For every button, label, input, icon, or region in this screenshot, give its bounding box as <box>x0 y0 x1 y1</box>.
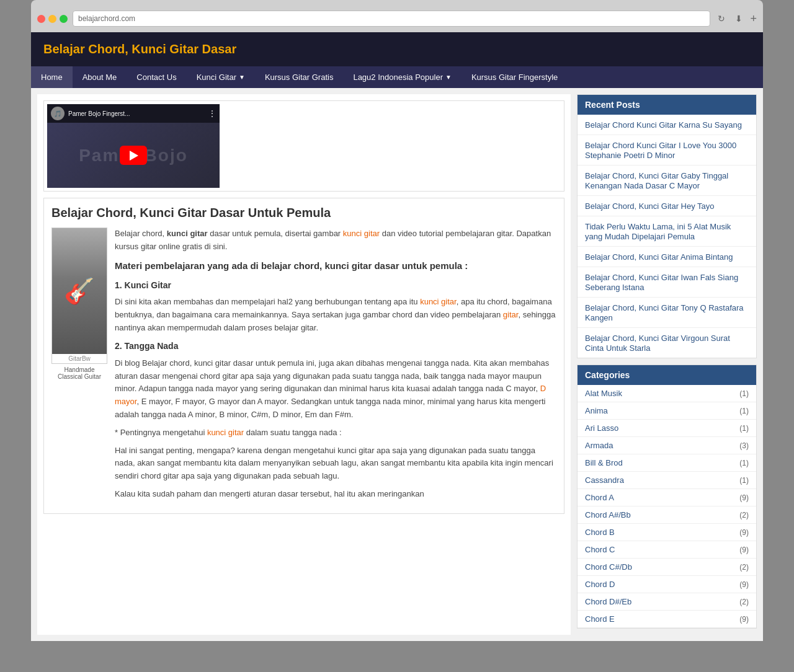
address-bar[interactable]: belajarchord.com <box>73 11 710 27</box>
category-link[interactable]: Chord A <box>585 493 614 502</box>
recent-post-link[interactable]: Belajar Chord, Kunci Gitar Virgoun Surat… <box>585 334 730 353</box>
main-content: 🎵 Pamer Bojo Fingerst... ⋮ Pamer Bojo <box>37 94 571 635</box>
recent-posts-header: Recent Posts <box>578 95 756 115</box>
site-title[interactable]: Belajar Chord, Kunci Gitar Dasar <box>43 42 236 56</box>
guitar-graphic: 🎸 <box>52 228 107 354</box>
intro-cont: dasar untuk pemula, disertai gambar <box>208 229 343 238</box>
download-button[interactable]: ⬇ <box>733 12 745 25</box>
close-button[interactable] <box>37 15 45 23</box>
kunci-gitar-link3[interactable]: kunci gitar <box>207 428 244 437</box>
category-link[interactable]: Bill & Brod <box>585 458 623 467</box>
traffic-lights <box>37 15 68 23</box>
category-link[interactable]: Anima <box>585 406 608 415</box>
kunci-gitar-link2[interactable]: kunci gitar <box>420 297 457 306</box>
nav-item-lagu[interactable]: Lagu2 Indonesia Populer ▼ <box>343 66 461 88</box>
gitar-link[interactable]: gitar <box>503 310 519 319</box>
nav-item-about[interactable]: About Me <box>73 66 127 88</box>
category-item: Cassandra(1) <box>578 472 756 489</box>
maximize-button[interactable] <box>60 15 68 23</box>
nav-item-home[interactable]: Home <box>31 66 73 88</box>
recent-post-link[interactable]: Belajar Chord, Kunci Gitar Hey Tayo <box>585 201 715 211</box>
category-link[interactable]: Cassandra <box>585 475 624 485</box>
category-link[interactable]: Ari Lasso <box>585 423 618 433</box>
subsection2-text: Di blog Belajar chord, kunci gitar dasar… <box>115 357 556 422</box>
section1-title: Materi pembelajaran yang ada di belajar … <box>115 259 556 273</box>
article-text: Belajar chord, kunci gitar dasar untuk p… <box>115 228 556 506</box>
category-count: (1) <box>739 407 749 415</box>
image-caption: Handmade Classical Guitar <box>51 364 107 382</box>
category-item: Chord D#/Eb(2) <box>578 593 756 611</box>
recent-post-item: Belajar Chord Kunci Gitar Karna Su Sayan… <box>578 115 756 135</box>
category-count: (9) <box>739 546 749 554</box>
category-item: Alat Musik(1) <box>578 385 756 402</box>
recent-post-item: Belajar Chord, Kunci Gitar Virgoun Surat… <box>578 328 756 358</box>
recent-post-item: Belajar Chord Kunci Gitar I Love You 300… <box>578 135 756 166</box>
category-count: (9) <box>739 528 749 537</box>
category-item: Chord A(9) <box>578 489 756 506</box>
category-link[interactable]: Chord D#/Eb <box>585 597 631 606</box>
video-title-text: Pamer Bojo Fingerst... <box>68 110 130 117</box>
kunci-gitar-link1[interactable]: kunci gitar <box>343 229 380 238</box>
guitar-image: 🎸 GitarBw <box>51 228 107 364</box>
intro-paragraph: Belajar chord, kunci gitar dasar untuk p… <box>115 228 556 254</box>
category-count: (1) <box>739 389 749 398</box>
video-box: 🎵 Pamer Bojo Fingerst... ⋮ Pamer Bojo <box>47 104 220 188</box>
category-link[interactable]: Chord B <box>585 528 615 537</box>
category-link[interactable]: Chord D <box>585 580 615 589</box>
play-button[interactable] <box>120 146 147 165</box>
category-link[interactable]: Chord C#/Db <box>585 562 632 572</box>
category-count: (3) <box>739 441 749 450</box>
nav-item-kursus-gratis[interactable]: Kursus Gitar Gratis <box>255 66 344 88</box>
category-item: Chord E(9) <box>578 611 756 628</box>
category-count: (1) <box>739 459 749 467</box>
recent-post-item: Belajar Chord, Kunci Gitar Anima Bintang <box>578 247 756 267</box>
recent-post-link[interactable]: Belajar Chord, Kunci Gitar Tony Q Rastaf… <box>585 303 744 322</box>
categories-list: Alat Musik(1)Anima(1)Ari Lasso(1)Armada(… <box>578 385 756 628</box>
recent-post-link[interactable]: Belajar Chord Kunci Gitar Karna Su Sayan… <box>585 120 742 130</box>
category-item: Chord D(9) <box>578 576 756 593</box>
category-link[interactable]: Alat Musik <box>585 389 622 398</box>
category-count: (9) <box>739 615 749 624</box>
subsection3-intro: * Pentingnya mengetahui kunci gitar dala… <box>115 427 556 440</box>
video-wrapper: 🎵 Pamer Bojo Fingerst... ⋮ Pamer Bojo <box>43 100 564 192</box>
subsection1-text: Di sini kita akan membahas dan mempelaja… <box>115 296 556 334</box>
minimize-button[interactable] <box>48 15 56 23</box>
new-tab-button[interactable]: + <box>750 12 757 25</box>
recent-post-link[interactable]: Belajar Chord, Kunci Gitar Iwan Fals Sia… <box>585 273 738 292</box>
recent-post-item: Belajar Chord, Kunci Gitar Gaby Tinggal … <box>578 166 756 196</box>
video-menu-icon[interactable]: ⋮ <box>208 109 216 118</box>
nav-item-fingerstyle[interactable]: Kursus Gitar Fingerstyle <box>462 66 568 88</box>
recent-post-link[interactable]: Tidak Perlu Waktu Lama, ini 5 Alat Musik… <box>585 222 731 241</box>
article-box: Belajar Chord, Kunci Gitar Dasar Untuk P… <box>43 198 564 514</box>
nav-item-kunci-gitar[interactable]: Kunci Gitar ▼ <box>187 66 255 88</box>
watermark: GitarBw <box>52 354 107 363</box>
nav-bar: Home About Me Contact Us Kunci Gitar ▼ K… <box>31 66 763 88</box>
category-item: Anima(1) <box>578 402 756 420</box>
recent-post-link[interactable]: Belajar Chord, Kunci Gitar Gaby Tinggal … <box>585 171 728 190</box>
category-link[interactable]: Chord C <box>585 545 615 554</box>
category-link[interactable]: Armada <box>585 441 613 450</box>
subsection3-text: Hal ini sangat penting, mengapa? karena … <box>115 444 556 483</box>
article-image-container: 🎸 GitarBw Handmade Classical Guitar <box>51 228 107 506</box>
category-link[interactable]: Chord E <box>585 614 615 624</box>
recent-post-link[interactable]: Belajar Chord Kunci Gitar I Love You 300… <box>585 141 736 160</box>
nav-item-contact[interactable]: Contact Us <box>127 66 186 88</box>
category-item: Chord A#/Bb(2) <box>578 506 756 524</box>
category-item: Chord C#/Db(2) <box>578 559 756 576</box>
url-text: belajarchord.com <box>78 14 135 23</box>
category-count: (2) <box>739 598 749 606</box>
bold-kunci-gitar: kunci gitar <box>167 229 208 238</box>
category-link[interactable]: Chord A#/Bb <box>585 510 631 519</box>
sidebar: Recent Posts Belajar Chord Kunci Gitar K… <box>577 94 757 635</box>
video-body[interactable]: Pamer Bojo <box>47 123 220 188</box>
subsection4-text: Kalau kita sudah paham dan mengerti atur… <box>115 488 556 501</box>
dropdown-arrow-kunci: ▼ <box>239 74 245 81</box>
recent-post-item: Belajar Chord, Kunci Gitar Hey Tayo <box>578 196 756 216</box>
intro-text: Belajar chord, <box>115 229 167 238</box>
site-header: Belajar Chord, Kunci Gitar Dasar <box>31 32 763 66</box>
recent-post-link[interactable]: Belajar Chord, Kunci Gitar Anima Bintang <box>585 252 733 262</box>
category-count: (9) <box>739 493 749 502</box>
reload-button[interactable]: ↻ <box>715 12 728 25</box>
category-item: Chord C(9) <box>578 541 756 559</box>
article-body: 🎸 GitarBw Handmade Classical Guitar <box>51 228 556 506</box>
